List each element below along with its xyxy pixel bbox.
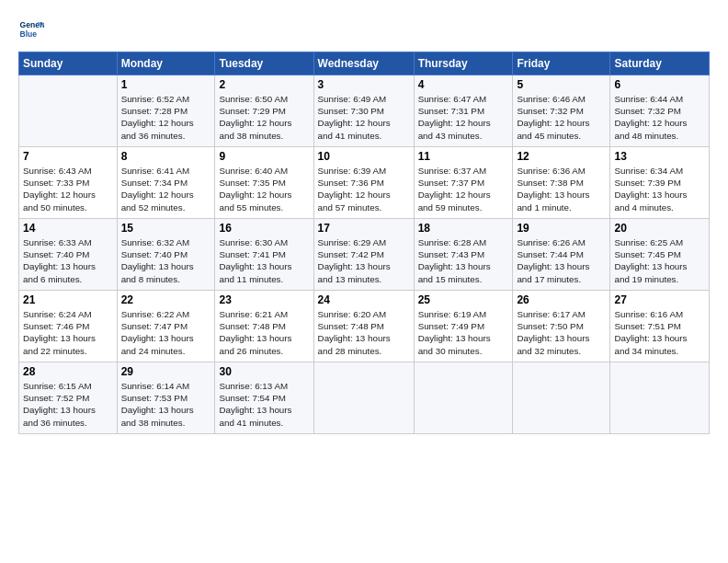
day-number: 14: [23, 222, 113, 235]
day-info: Sunrise: 6:43 AMSunset: 7:33 PMDaylight:…: [23, 165, 113, 213]
calendar-cell: 26Sunrise: 6:17 AMSunset: 7:50 PMDayligh…: [513, 291, 610, 362]
calendar-cell: 14Sunrise: 6:33 AMSunset: 7:40 PMDayligh…: [19, 219, 118, 291]
day-number: 5: [517, 78, 606, 91]
day-info: Sunrise: 6:46 AMSunset: 7:32 PMDaylight:…: [517, 93, 606, 142]
calendar-cell: 25Sunrise: 6:19 AMSunset: 7:49 PMDayligh…: [414, 291, 513, 362]
calendar-page: General Blue SundayMondayTuesdayWednesda…: [0, 0, 728, 443]
day-info: Sunrise: 6:52 AMSunset: 7:28 PMDaylight:…: [121, 93, 211, 142]
day-number: 6: [614, 78, 705, 91]
week-row: 21Sunrise: 6:24 AMSunset: 7:46 PMDayligh…: [19, 291, 710, 362]
calendar-cell: 10Sunrise: 6:39 AMSunset: 7:36 PMDayligh…: [313, 147, 414, 219]
day-number: 7: [23, 150, 113, 163]
calendar-cell: 21Sunrise: 6:24 AMSunset: 7:46 PMDayligh…: [19, 291, 118, 362]
calendar-cell: 7Sunrise: 6:43 AMSunset: 7:33 PMDaylight…: [19, 147, 118, 219]
day-number: 18: [418, 222, 509, 235]
week-row: 28Sunrise: 6:15 AMSunset: 7:52 PMDayligh…: [19, 362, 710, 434]
calendar-cell: 19Sunrise: 6:26 AMSunset: 7:44 PMDayligh…: [513, 219, 610, 291]
calendar-cell: 17Sunrise: 6:29 AMSunset: 7:42 PMDayligh…: [313, 219, 414, 291]
calendar-cell: 3Sunrise: 6:49 AMSunset: 7:30 PMDaylight…: [313, 75, 414, 147]
day-info: Sunrise: 6:30 AMSunset: 7:41 PMDaylight:…: [219, 236, 309, 285]
day-number: 21: [23, 293, 113, 306]
day-number: 17: [318, 222, 410, 235]
day-number: 26: [517, 293, 606, 306]
header: General Blue: [18, 17, 710, 42]
day-info: Sunrise: 6:26 AMSunset: 7:44 PMDaylight:…: [517, 236, 606, 285]
calendar-table: SundayMondayTuesdayWednesdayThursdayFrid…: [18, 52, 710, 434]
calendar-cell: 28Sunrise: 6:15 AMSunset: 7:52 PMDayligh…: [19, 362, 118, 434]
column-header-thursday: Thursday: [414, 52, 513, 75]
logo-icon: General Blue: [18, 17, 44, 42]
day-info: Sunrise: 6:15 AMSunset: 7:52 PMDaylight:…: [23, 380, 113, 429]
calendar-cell: 9Sunrise: 6:40 AMSunset: 7:35 PMDaylight…: [215, 147, 313, 219]
calendar-cell: 8Sunrise: 6:41 AMSunset: 7:34 PMDaylight…: [117, 147, 215, 219]
day-number: 1: [121, 78, 211, 91]
day-number: 30: [219, 365, 309, 378]
day-number: 22: [121, 293, 211, 306]
day-info: Sunrise: 6:33 AMSunset: 7:40 PMDaylight:…: [23, 236, 113, 285]
calendar-cell: 1Sunrise: 6:52 AMSunset: 7:28 PMDaylight…: [117, 75, 215, 147]
day-info: Sunrise: 6:34 AMSunset: 7:39 PMDaylight:…: [614, 165, 705, 213]
calendar-cell: 30Sunrise: 6:13 AMSunset: 7:54 PMDayligh…: [215, 362, 313, 434]
header-row: SundayMondayTuesdayWednesdayThursdayFrid…: [19, 52, 710, 75]
calendar-cell: 5Sunrise: 6:46 AMSunset: 7:32 PMDaylight…: [513, 75, 610, 147]
calendar-cell: [610, 362, 710, 434]
column-header-sunday: Sunday: [19, 52, 118, 75]
calendar-cell: 24Sunrise: 6:20 AMSunset: 7:48 PMDayligh…: [313, 291, 414, 362]
day-info: Sunrise: 6:17 AMSunset: 7:50 PMDaylight:…: [517, 308, 606, 357]
column-header-friday: Friday: [513, 52, 610, 75]
calendar-cell: 27Sunrise: 6:16 AMSunset: 7:51 PMDayligh…: [610, 291, 710, 362]
calendar-cell: 15Sunrise: 6:32 AMSunset: 7:40 PMDayligh…: [117, 219, 215, 291]
week-row: 7Sunrise: 6:43 AMSunset: 7:33 PMDaylight…: [19, 147, 710, 219]
calendar-cell: 29Sunrise: 6:14 AMSunset: 7:53 PMDayligh…: [117, 362, 215, 434]
column-header-wednesday: Wednesday: [313, 52, 414, 75]
day-info: Sunrise: 6:21 AMSunset: 7:48 PMDaylight:…: [219, 308, 309, 357]
calendar-cell: 2Sunrise: 6:50 AMSunset: 7:29 PMDaylight…: [215, 75, 313, 147]
day-number: 4: [418, 78, 509, 91]
calendar-cell: 4Sunrise: 6:47 AMSunset: 7:31 PMDaylight…: [414, 75, 513, 147]
day-info: Sunrise: 6:47 AMSunset: 7:31 PMDaylight:…: [418, 93, 509, 142]
day-info: Sunrise: 6:24 AMSunset: 7:46 PMDaylight:…: [23, 308, 113, 357]
day-number: 15: [121, 222, 211, 235]
day-number: 13: [614, 150, 705, 163]
day-info: Sunrise: 6:20 AMSunset: 7:48 PMDaylight:…: [318, 308, 410, 357]
calendar-cell: 13Sunrise: 6:34 AMSunset: 7:39 PMDayligh…: [610, 147, 710, 219]
day-number: 19: [517, 222, 606, 235]
logo: General Blue: [18, 17, 44, 42]
column-header-saturday: Saturday: [610, 52, 710, 75]
day-info: Sunrise: 6:32 AMSunset: 7:40 PMDaylight:…: [121, 236, 211, 285]
day-info: Sunrise: 6:50 AMSunset: 7:29 PMDaylight:…: [219, 93, 309, 142]
calendar-cell: [19, 75, 118, 147]
day-info: Sunrise: 6:36 AMSunset: 7:38 PMDaylight:…: [517, 165, 606, 213]
day-number: 23: [219, 293, 309, 306]
day-info: Sunrise: 6:19 AMSunset: 7:49 PMDaylight:…: [418, 308, 509, 357]
day-info: Sunrise: 6:16 AMSunset: 7:51 PMDaylight:…: [614, 308, 705, 357]
day-info: Sunrise: 6:39 AMSunset: 7:36 PMDaylight:…: [318, 165, 410, 213]
calendar-cell: 6Sunrise: 6:44 AMSunset: 7:32 PMDaylight…: [610, 75, 710, 147]
day-number: 10: [318, 150, 410, 163]
day-number: 24: [318, 293, 410, 306]
day-info: Sunrise: 6:28 AMSunset: 7:43 PMDaylight:…: [418, 236, 509, 285]
day-info: Sunrise: 6:14 AMSunset: 7:53 PMDaylight:…: [121, 380, 211, 429]
day-number: 8: [121, 150, 211, 163]
day-info: Sunrise: 6:40 AMSunset: 7:35 PMDaylight:…: [219, 165, 309, 213]
column-header-monday: Monday: [117, 52, 215, 75]
day-number: 9: [219, 150, 309, 163]
calendar-cell: [313, 362, 414, 434]
day-info: Sunrise: 6:13 AMSunset: 7:54 PMDaylight:…: [219, 380, 309, 429]
week-row: 14Sunrise: 6:33 AMSunset: 7:40 PMDayligh…: [19, 219, 710, 291]
week-row: 1Sunrise: 6:52 AMSunset: 7:28 PMDaylight…: [19, 75, 710, 147]
day-info: Sunrise: 6:25 AMSunset: 7:45 PMDaylight:…: [614, 236, 705, 285]
day-number: 28: [23, 365, 113, 378]
calendar-cell: 12Sunrise: 6:36 AMSunset: 7:38 PMDayligh…: [513, 147, 610, 219]
column-header-tuesday: Tuesday: [215, 52, 313, 75]
calendar-cell: [513, 362, 610, 434]
calendar-cell: [414, 362, 513, 434]
calendar-cell: 23Sunrise: 6:21 AMSunset: 7:48 PMDayligh…: [215, 291, 313, 362]
day-info: Sunrise: 6:37 AMSunset: 7:37 PMDaylight:…: [418, 165, 509, 213]
calendar-cell: 16Sunrise: 6:30 AMSunset: 7:41 PMDayligh…: [215, 219, 313, 291]
calendar-cell: 11Sunrise: 6:37 AMSunset: 7:37 PMDayligh…: [414, 147, 513, 219]
day-info: Sunrise: 6:44 AMSunset: 7:32 PMDaylight:…: [614, 93, 705, 142]
svg-text:Blue: Blue: [20, 29, 38, 39]
day-number: 11: [418, 150, 509, 163]
day-info: Sunrise: 6:41 AMSunset: 7:34 PMDaylight:…: [121, 165, 211, 213]
